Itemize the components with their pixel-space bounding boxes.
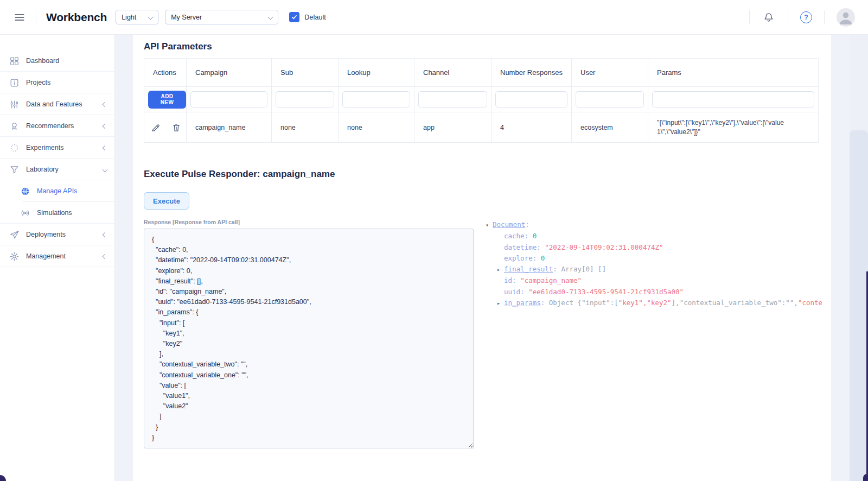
sidebar-item-recommenders[interactable]: Recommenders: [0, 115, 114, 137]
sidebar-item-label: Management: [26, 252, 66, 260]
broadcast-icon: [20, 207, 30, 218]
tree-value: "2022-09-14T09:02:31.000474Z": [545, 243, 663, 251]
sidebar-item-data-and-features[interactable]: Data and Features: [0, 93, 114, 115]
header-divider: [788, 10, 788, 24]
sidebar-item-projects[interactable]: Projects: [0, 72, 114, 93]
column-header-params: Params: [648, 59, 819, 87]
top-bar: Workbench Light My Server Default: [0, 0, 868, 35]
tree-colon: :: [512, 276, 520, 284]
sidebar-item-management[interactable]: Management: [0, 245, 114, 267]
tree-toggle-right-icon[interactable]: ▸: [497, 298, 504, 309]
cell-user: ecosystem: [572, 112, 648, 143]
page-title: API Parameters: [144, 41, 212, 52]
sidebar-item-label: Dashboard: [26, 57, 59, 65]
tree-value: 0: [533, 232, 537, 240]
cell-params: "{\"input\":[\"key1\",\"key2\"],\"value\…: [648, 112, 819, 143]
cell-lookup: none: [339, 112, 414, 143]
execute-section-title: Execute Pulse Responder: campaign_name: [144, 169, 335, 180]
chevron-left-icon: [103, 123, 108, 129]
api-parameters-table: Actions Campaign Sub Lookup Channel Numb…: [144, 58, 819, 143]
chevron-left-icon: [103, 254, 108, 259]
column-header-number-responses: Number Responses: [492, 59, 572, 87]
sidebar-item-laboratory[interactable]: Laboratory: [0, 159, 114, 180]
scrollbar-thumb[interactable]: [850, 130, 868, 481]
tree-key[interactable]: final_result: [504, 265, 553, 273]
avatar[interactable]: [837, 8, 855, 27]
sidebar-item-label: Experiments: [26, 144, 63, 151]
response-textarea[interactable]: { "cache": 0, "datetime": "2022-09-14T09…: [144, 229, 474, 448]
column-header-channel: Channel: [414, 59, 492, 87]
tree-colon: :: [525, 232, 533, 240]
sidebar-item-dashboard[interactable]: Dashboard: [0, 50, 114, 72]
sidebar: Dashboard Projects Data and Features Rec…: [0, 35, 115, 481]
add-new-button[interactable]: ADD NEW: [148, 91, 186, 109]
tree-toggle-down-icon[interactable]: ▾: [486, 220, 493, 231]
server-select-value: My Server: [171, 14, 202, 21]
sidebar-item-simulations[interactable]: Simulations: [0, 202, 114, 224]
table-row: campaign_name none none app 4 ecosystem …: [144, 112, 819, 143]
tree-key: cache: [504, 232, 525, 240]
tree-colon: :: [553, 265, 561, 273]
sub-filter-input[interactable]: [276, 91, 334, 107]
default-checkbox-label: Default: [304, 14, 326, 21]
tree-line: cache: 0: [486, 231, 829, 242]
sidebar-item-manage-apis[interactable]: Manage APIs: [0, 180, 114, 202]
gear-icon: [9, 251, 20, 262]
header-divider: [36, 10, 36, 24]
execute-button[interactable]: Execute: [144, 192, 189, 210]
tree-colon: :: [525, 220, 529, 229]
sidebar-item-label: Simulations: [37, 209, 72, 217]
award-icon: [9, 121, 20, 131]
tree-key[interactable]: Document: [493, 220, 525, 229]
sidebar-item-experiments[interactable]: Experiments: [0, 137, 114, 159]
json-tree-view: ▾Document: cache: 0datetime: "2022-09-14…: [486, 219, 829, 317]
params-filter-input[interactable]: [652, 91, 814, 107]
channel-filter-input[interactable]: [418, 91, 487, 107]
server-select[interactable]: My Server: [165, 10, 278, 24]
bell-icon[interactable]: [762, 10, 776, 24]
globe-icon: [20, 186, 30, 197]
table-header-row: Actions Campaign Sub Lookup Channel Numb…: [144, 59, 819, 87]
chevron-left-icon: [103, 102, 108, 107]
main-content: API Parameters Actions Campaign Sub Look…: [133, 35, 831, 481]
app-title: Workbench: [46, 11, 107, 24]
chevron-left-icon: [103, 145, 108, 150]
tree-colon: :: [520, 288, 528, 296]
tree-colon: :: [537, 243, 545, 251]
scrollbar-track[interactable]: [850, 35, 868, 481]
header-divider: [824, 10, 825, 24]
campaign-filter-input[interactable]: [190, 91, 267, 107]
user-filter-input[interactable]: [576, 91, 644, 107]
sidebar-item-label: Projects: [26, 79, 50, 86]
tree-key[interactable]: in_params: [504, 299, 541, 307]
help-icon[interactable]: ?: [800, 11, 812, 23]
sidebar-item-deployments[interactable]: Deployments: [0, 224, 114, 245]
funnel-icon: [9, 164, 20, 175]
tree-value: 0: [541, 254, 545, 262]
tree-toggle-right-icon[interactable]: ▸: [497, 264, 504, 275]
cell-sub: none: [272, 112, 339, 143]
dotted-circle-icon: [9, 142, 20, 153]
chevron-down-icon: [148, 15, 154, 20]
tree-line: datetime: "2022-09-14T09:02:31.000474Z": [486, 242, 829, 253]
chevron-left-icon: [103, 232, 108, 237]
sliders-icon: [9, 99, 20, 110]
default-checkbox[interactable]: [289, 12, 299, 22]
chevron-down-icon: [103, 167, 108, 172]
chevron-down-icon: [268, 15, 273, 20]
cell-campaign: campaign_name: [187, 112, 272, 143]
response-label: Response [Response from API call]: [144, 219, 240, 225]
edit-pencil-icon[interactable]: [151, 122, 161, 134]
hamburger-menu-icon[interactable]: [13, 11, 26, 24]
delete-trash-icon[interactable]: [171, 122, 181, 134]
column-header-user: User: [572, 59, 648, 87]
table-add-row: ADD NEW: [144, 87, 819, 112]
lookup-filter-input[interactable]: [342, 91, 410, 107]
number-responses-filter-input[interactable]: [495, 91, 567, 107]
tree-value: "campaign_name": [520, 276, 582, 284]
tree-line: ▸final_result: Array[0] []: [486, 264, 829, 275]
header-actions: ?: [749, 8, 855, 27]
theme-select-value: Light: [122, 14, 136, 21]
sidebar-item-label: Data and Features: [26, 100, 82, 108]
theme-select[interactable]: Light: [116, 10, 158, 24]
